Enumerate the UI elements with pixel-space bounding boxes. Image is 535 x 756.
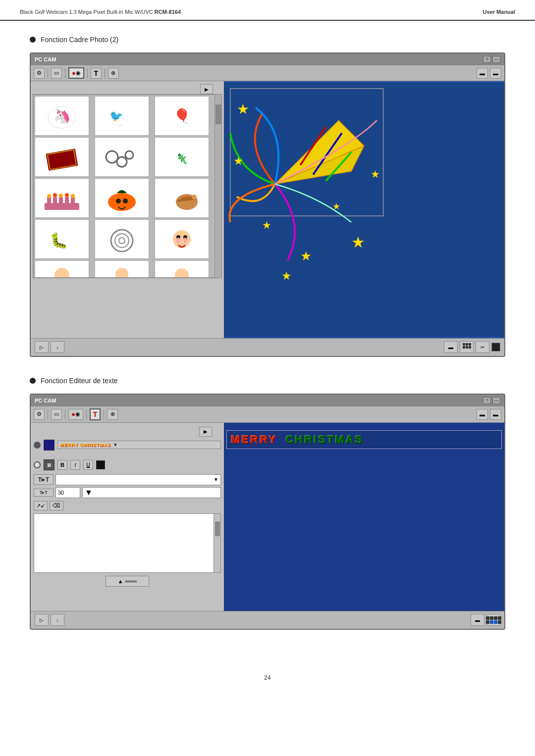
frame-cell-7[interactable]: [35, 178, 89, 218]
radio-preset[interactable]: [34, 442, 41, 449]
scissors-btn[interactable]: ✂: [476, 341, 489, 353]
monitor-2: ▬: [493, 70, 498, 76]
monitor-view-btn[interactable]: ▬: [444, 341, 458, 353]
frame-cell-5[interactable]: [95, 137, 149, 177]
monitor-3: ▬: [480, 411, 485, 417]
monitor-icon-3[interactable]: ▬: [477, 409, 488, 420]
square-btn[interactable]: [491, 343, 500, 352]
grid-view-btn[interactable]: [460, 341, 474, 353]
bottom-bar-2: ▷ ↓ ▬: [31, 611, 504, 629]
font-select-arrow: ▼: [214, 477, 218, 482]
toolbar-frame[interactable]: ▭: [51, 68, 62, 79]
play-bar-2: ▶: [34, 426, 221, 437]
bottom-btn-play-2[interactable]: ▷: [35, 614, 49, 626]
christmas-text: CHRISTMAS: [285, 433, 364, 446]
merry-preset-dropdown[interactable]: MERRY CHRISTMAS ▼: [57, 441, 221, 449]
frame-cell-11[interactable]: [95, 219, 149, 259]
audio-icon-2: ◉: [75, 411, 80, 417]
bottom-btn-down[interactable]: ↓: [51, 341, 64, 353]
scissors-icon: ✂: [481, 345, 484, 350]
bottom-btn-play[interactable]: ▷: [35, 341, 49, 353]
frame-cell-10[interactable]: 🐛: [35, 219, 89, 259]
help-button-2[interactable]: ?: [483, 397, 491, 404]
bottom-left-2: ▷ ↓: [35, 614, 64, 626]
main-area-1: ▶ 🦄 🐦: [31, 81, 504, 338]
play-button-1[interactable]: ▶: [200, 84, 213, 94]
toolbar-settings-2[interactable]: ⚙: [34, 409, 45, 420]
grid-view-btn-2[interactable]: [486, 614, 500, 626]
frame-icon: ▭: [54, 70, 59, 76]
frame-cell-14[interactable]: 😛: [95, 260, 149, 278]
bottom-right-1: ▬ ✂: [444, 341, 500, 353]
toolbar-text-2[interactable]: T: [90, 408, 101, 420]
text-icon: T: [94, 69, 99, 77]
toolbar-zoom[interactable]: ⊕: [108, 68, 119, 79]
bottom-btn-down-2[interactable]: ↓: [51, 614, 64, 626]
text-area-scrollbar[interactable]: [214, 514, 220, 572]
toolbar-rec-2[interactable]: ● ◉: [68, 409, 83, 420]
monitor-1: ▬: [480, 70, 485, 76]
monitor-icon-2[interactable]: ▬: [490, 68, 501, 79]
frame-cell-13[interactable]: 👦: [35, 260, 89, 278]
frame-cell-9[interactable]: [155, 178, 209, 218]
pc-cam-window-2: PC CAM ? — ⚙ ▭ ● ◉ T: [30, 394, 505, 630]
titlebar-1: PC CAM ? —: [31, 53, 504, 65]
text-area[interactable]: [34, 513, 221, 573]
rec-icon-2: ●: [71, 410, 75, 418]
play-button-2[interactable]: ▶: [199, 427, 212, 437]
frame-cell-6[interactable]: 🦎: [155, 137, 209, 177]
page-header: Black Golf Webcam 1.3 Mega Pixel Built-i…: [0, 0, 535, 21]
svg-text:★: ★: [233, 154, 244, 167]
svg-text:🎈: 🎈: [173, 108, 191, 124]
text-color-swatch[interactable]: [96, 460, 105, 469]
font-select-dropdown[interactable]: ▼: [55, 474, 221, 485]
frame-cell-15[interactable]: 🧍: [155, 260, 209, 278]
merry-christmas-display: MERRY CHRISTMAS: [231, 434, 497, 446]
toolbar-settings[interactable]: ⚙: [34, 68, 45, 79]
italic-btn[interactable]: I: [70, 460, 80, 470]
frame-cell-8[interactable]: [95, 178, 149, 218]
section2-label: Fonction Editeur de texte: [41, 377, 118, 385]
monitor-view-btn-2[interactable]: ▬: [471, 614, 484, 626]
minimize-button-1[interactable]: —: [492, 56, 500, 63]
window-title-1: PC CAM: [35, 56, 56, 62]
underline-btn[interactable]: U̲: [83, 460, 93, 470]
monitor-icon-4[interactable]: ▬: [490, 409, 501, 420]
size-value: 30: [58, 490, 64, 496]
svg-text:🦄: 🦄: [54, 108, 71, 124]
scrollbar-1[interactable]: [214, 95, 221, 278]
size-tt-label: T▸T: [34, 489, 54, 497]
color-swatch-1[interactable]: [44, 440, 54, 451]
toolbar-frame-2[interactable]: ▭: [51, 409, 62, 420]
dropdown-arrow-1: ▼: [113, 442, 118, 448]
svg-text:🐦: 🐦: [109, 109, 123, 123]
svg-text:★: ★: [237, 101, 249, 117]
minimize-button-2[interactable]: —: [492, 397, 500, 404]
upload-btn-row: ▲ ═══: [34, 576, 221, 587]
svg-point-35: [183, 238, 187, 244]
frame-cell-12[interactable]: [155, 219, 209, 259]
upload-line-icon: ═══: [125, 578, 137, 584]
right-preview-1: ★ ★ ★ ★ ★ ★ ★ ★: [224, 81, 504, 338]
toolbar-rec[interactable]: ● ◉: [68, 67, 84, 79]
size-input-display[interactable]: 30: [55, 487, 80, 498]
size-select-end[interactable]: ▼: [82, 487, 221, 498]
svg-point-36: [54, 268, 69, 278]
toolbar-1: ⚙ ▭ ● ◉ T ⊕ ▬ ▬: [31, 65, 504, 81]
left-panel-1: ▶ 🦄 🐦: [31, 81, 224, 338]
frame-cell-3[interactable]: 🎈: [155, 96, 209, 136]
upload-button[interactable]: ▲ ═══: [106, 576, 149, 587]
preset-row-1: MERRY CHRISTMAS ▼: [34, 440, 221, 451]
frame-cell-1[interactable]: 🦄: [35, 96, 89, 136]
bold-btn[interactable]: B: [57, 460, 67, 470]
toolbar-zoom-2[interactable]: ⊕: [107, 409, 118, 420]
frame-cell-2[interactable]: 🐦 ...: [95, 96, 149, 136]
font-preview-box: ▦: [44, 459, 54, 470]
special-btn-arrows[interactable]: ↗↙: [34, 501, 48, 510]
radio-custom[interactable]: [34, 461, 41, 468]
toolbar-text[interactable]: T: [91, 68, 102, 79]
help-button-1[interactable]: ?: [483, 56, 491, 63]
monitor-icon-1[interactable]: ▬: [477, 68, 488, 79]
frame-cell-4[interactable]: [35, 137, 89, 177]
special-btn-del[interactable]: ⌫: [50, 501, 63, 510]
